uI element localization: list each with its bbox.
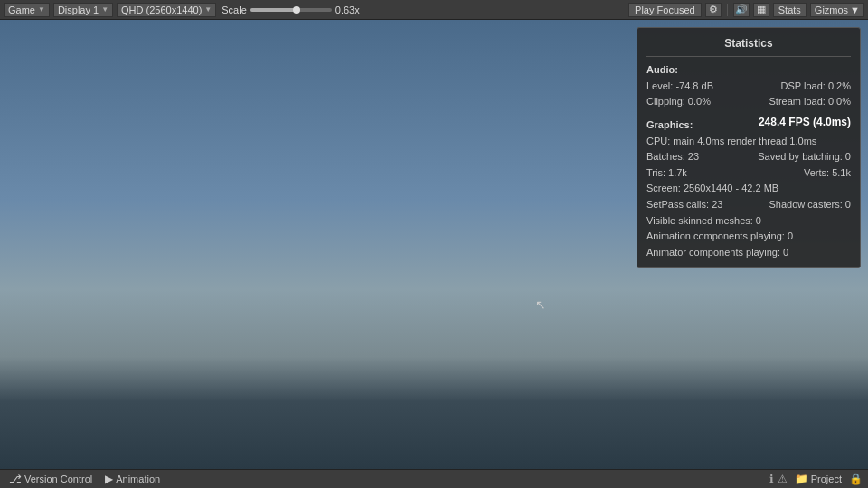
scale-label: Scale [222,5,247,15]
level-value: Level: -74.8 dB [646,79,781,95]
stats-title: Statistics [646,35,851,57]
resolution-label: QHD (2560x1440) [121,5,202,15]
layers-icon-btn[interactable]: ▦ [753,3,769,17]
scale-slider-fill [250,8,296,12]
display-arrow: ▼ [101,5,108,14]
visible-skinned-value: Visible skinned meshes: 0 [646,215,761,226]
version-control-label: Version Control [24,474,92,484]
scale-slider[interactable] [250,8,332,12]
fps-value: 248.4 FPS (4.0ms) [759,114,851,134]
game-view: Statistics Audio: Level: -74.8 dB DSP lo… [0,20,868,469]
audio-row-2: Clipping: 0.0% Stream load: 0.0% [646,94,851,110]
animation-components-row: Animation components playing: 0 [646,229,851,245]
tris-value: Tris: 1.7k [646,165,804,182]
info-icon[interactable]: ℹ [769,473,774,485]
graphics-fps-row: Graphics: 248.4 FPS (4.0ms) [646,114,851,134]
visible-skinned-row: Visible skinned meshes: 0 [646,213,851,230]
version-control-icon: ⎇ [9,473,22,485]
dsp-load-value: DSP load: 0.2% [781,79,851,95]
play-focused-label: Play Focused [635,5,695,15]
gizmos-label: Gizmos [815,5,848,15]
play-focused-button[interactable]: Play Focused [628,3,702,17]
resolution-dropdown[interactable]: QHD (2560x1440) ▼ [117,3,216,17]
settings-icon-btn[interactable]: ⚙ [705,3,722,17]
toolbar: Game ▼ Display 1 ▼ QHD (2560x1440) ▼ Sca… [0,0,868,20]
settings-icon: ⚙ [709,4,718,15]
animation-tab[interactable]: ▶ Animation [101,470,164,488]
animation-label: Animation [116,474,160,484]
animator-components-row: Animator components playing: 0 [646,245,851,261]
game-label: Game [8,5,35,15]
bottom-bar: ⎇ Version Control ▶ Animation ℹ ⚠ 📁 Proj… [0,469,868,488]
statistics-panel: Statistics Audio: Level: -74.8 dB DSP lo… [637,27,861,268]
stream-load-value: Stream load: 0.0% [769,94,852,110]
shadow-casters-value: Shadow casters: 0 [769,197,852,213]
bottom-right: ℹ ⚠ 📁 Project 🔒 [769,473,863,485]
saved-batching-value: Saved by batching: 0 [758,149,851,165]
stats-label: Stats [778,5,801,15]
game-dropdown-arrow: ▼ [38,5,45,14]
clipping-value: Clipping: 0.0% [646,94,769,110]
animation-icon: ▶ [105,473,113,485]
audio-icon: 🔊 [735,4,748,15]
cpu-row: CPU: main 4.0ms render thread 1.0ms [646,134,851,150]
layers-icon: ▦ [757,4,766,15]
cpu-value: CPU: main 4.0ms render thread 1.0ms [646,136,816,146]
game-dropdown[interactable]: Game ▼ [4,3,50,17]
audio-section-label: Audio: [646,62,851,79]
gizmos-arrow: ▼ [850,5,860,15]
scale-slider-thumb [293,6,300,14]
resolution-arrow: ▼ [204,5,212,14]
project-tab[interactable]: 📁 Project [791,473,845,485]
display-dropdown[interactable]: Display 1 ▼ [53,3,113,17]
setpass-value: SetPass calls: 23 [646,197,769,213]
graphics-section-label: Graphics: [646,117,693,134]
gizmos-button[interactable]: Gizmos ▼ [810,3,864,17]
version-control-tab[interactable]: ⎇ Version Control [5,470,96,488]
animation-components-value: Animation components playing: 0 [646,230,793,241]
lock-icon[interactable]: 🔒 [849,473,863,485]
toolbar-separator [727,4,728,16]
project-label: Project [811,474,842,484]
display-label: Display 1 [58,5,99,15]
stats-button[interactable]: Stats [773,3,807,17]
audio-icon-btn[interactable]: 🔊 [733,3,750,17]
tris-verts-row: Tris: 1.7k Verts: 5.1k [646,165,851,182]
verts-value: Verts: 5.1k [804,165,851,182]
batches-row: Batches: 23 Saved by batching: 0 [646,149,851,165]
screen-row: Screen: 2560x1440 - 42.2 MB [646,181,851,197]
folder-icon: 📁 [795,473,808,485]
scale-slider-container: 0.63x [250,5,360,15]
animator-components-value: Animator components playing: 0 [646,247,788,258]
scale-value: 0.63x [335,5,360,15]
setpass-row: SetPass calls: 23 Shadow casters: 0 [646,197,851,213]
screen-value: Screen: 2560x1440 - 42.2 MB [646,183,778,193]
batches-value: Batches: 23 [646,149,758,165]
audio-row-1: Level: -74.8 dB DSP load: 0.2% [646,79,851,95]
warning-icon[interactable]: ⚠ [778,473,788,485]
